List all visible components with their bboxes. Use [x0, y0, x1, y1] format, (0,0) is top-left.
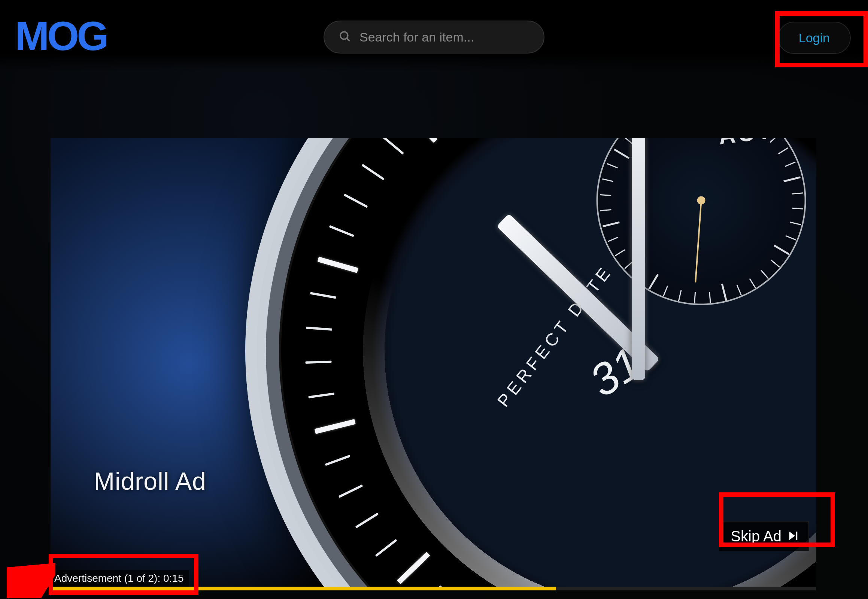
- svg-line-1: [347, 39, 350, 41]
- brand-logo[interactable]: MOG: [15, 12, 107, 60]
- watch-minute-hand: [632, 138, 645, 380]
- login-button[interactable]: Login: [778, 22, 851, 54]
- site-header: MOG Login: [0, 0, 868, 71]
- ad-title-overlay: Midroll Ad: [94, 467, 206, 495]
- svg-rect-3: [796, 531, 798, 540]
- skip-ad-button[interactable]: Skip Ad: [719, 521, 809, 551]
- skip-forward-icon: [788, 528, 799, 545]
- search-icon: [338, 30, 351, 44]
- ad-counter-label: Advertisement (1 of 2): 0:15: [51, 570, 189, 587]
- svg-point-0: [340, 32, 348, 39]
- ad-progress-fill: [51, 587, 556, 590]
- search-field[interactable]: [323, 21, 545, 54]
- skip-ad-label: Skip Ad: [731, 528, 782, 545]
- ad-progress-bar[interactable]: [51, 587, 816, 590]
- ad-creative: IQ 100 ACTIVITY PERFECT DATE 31: [51, 138, 816, 590]
- svg-marker-2: [790, 531, 795, 540]
- video-player[interactable]: IQ 100 ACTIVITY PERFECT DATE 31 Midroll …: [51, 138, 816, 590]
- search-input[interactable]: [359, 30, 530, 45]
